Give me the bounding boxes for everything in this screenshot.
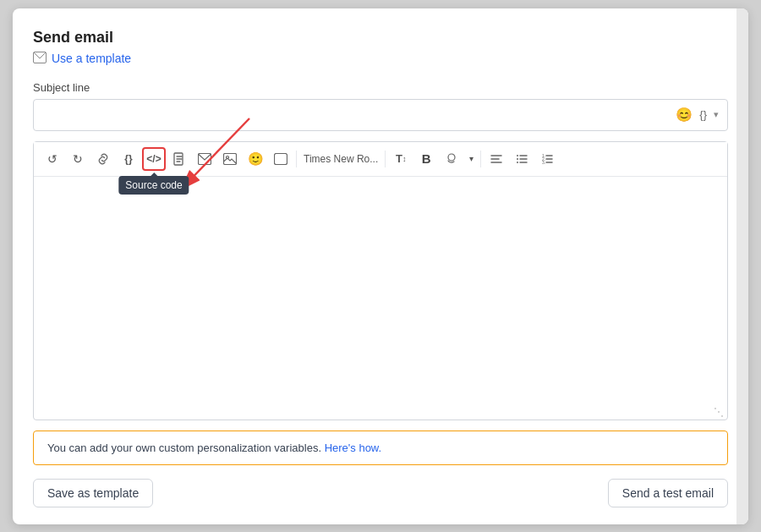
align-button[interactable] (485, 147, 508, 171)
subject-input[interactable] (42, 108, 676, 122)
send-test-button[interactable]: Send a test email (608, 479, 728, 507)
save-template-button[interactable]: Save as template (33, 479, 153, 507)
svg-point-8 (448, 154, 455, 161)
use-template-row[interactable]: Use a template (33, 52, 728, 66)
svg-rect-5 (224, 153, 237, 164)
svg-text:3.: 3. (542, 160, 545, 164)
subject-icons: 😊 {} ▾ (676, 107, 719, 123)
separator-2 (385, 151, 386, 167)
info-text: You can add your own custom personalizat… (47, 442, 321, 454)
toolbar: ↺ ↻ {} </> Source code (34, 142, 727, 177)
email-template-button[interactable] (193, 147, 216, 171)
bullet-list-button[interactable] (510, 147, 534, 171)
color-button[interactable] (440, 147, 463, 171)
svg-rect-7 (275, 153, 287, 164)
editor-container: ↺ ↻ {} </> Source code (33, 141, 728, 420)
document-button[interactable] (167, 147, 191, 171)
source-code-button[interactable]: </> (142, 147, 166, 171)
color-dropdown-button[interactable]: ▾ (465, 147, 477, 171)
emoji-toolbar-button[interactable]: 🙂 (244, 147, 267, 171)
code-block-button[interactable]: {} (117, 147, 140, 171)
emoji-icon[interactable]: 😊 (676, 107, 693, 123)
redo-button[interactable]: ↻ (66, 147, 90, 171)
font-name[interactable]: Times New Ro... (300, 153, 381, 165)
resize-handle[interactable]: ⋱ (714, 406, 724, 418)
use-template-link[interactable]: Use a template (52, 52, 131, 65)
svg-point-13 (517, 158, 518, 160)
footer: Save as template Send a test email (33, 479, 728, 507)
info-link[interactable]: Here's how. (325, 442, 382, 454)
subject-row: 😊 {} ▾ (33, 99, 728, 131)
separator-3 (480, 151, 481, 167)
svg-point-12 (517, 155, 518, 156)
subject-label: Subject line (33, 81, 728, 94)
text-size-button[interactable]: T↕ (389, 147, 413, 171)
link-button[interactable] (91, 147, 115, 171)
variable-button[interactable] (269, 147, 293, 171)
editor-body[interactable] (34, 177, 727, 420)
variable-icon[interactable]: {} (699, 108, 707, 121)
bold-button[interactable]: B (414, 147, 438, 171)
source-code-container: </> Source code (142, 147, 166, 171)
separator-1 (296, 151, 297, 167)
numbered-list-button[interactable]: 1. 2. 3. (535, 147, 559, 171)
chevron-down-icon[interactable]: ▾ (714, 109, 719, 120)
svg-point-14 (517, 162, 518, 163)
undo-button[interactable]: ↺ (41, 147, 64, 171)
info-banner: You can add your own custom personalizat… (33, 431, 728, 465)
panel-title: Send email (33, 29, 728, 47)
send-email-panel: Send email Use a template Subject line 😊… (13, 8, 748, 524)
image-button[interactable] (218, 147, 242, 171)
envelope-icon (33, 52, 47, 66)
